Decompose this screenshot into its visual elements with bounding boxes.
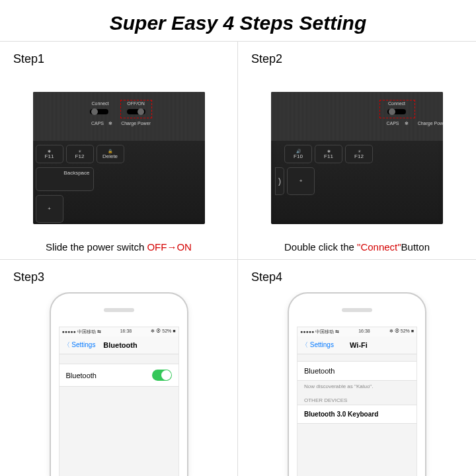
kb2-connect-highlight [379, 100, 415, 118]
page-title: Super Easy 4 Steps Setting [0, 0, 476, 41]
kb-offon-highlight [120, 100, 152, 118]
back-link: 〈 Settings [63, 340, 96, 350]
step2-label: Step2 [251, 52, 463, 66]
kb-charge-label: Charge Power [116, 121, 156, 126]
step3-illustration: ●●●●● 中国移动 ⇆16:38✻ ⦿ 52% ■ 〈 SettingsBlu… [13, 292, 224, 476]
discoverable-text: Now discoverable as "Kaluo". [298, 381, 416, 391]
device-row: Bluetooth 3.0 Keyboard [298, 405, 416, 424]
step2-cell: Step2 Connect CAPS ✻ Charge Power 🔊F10 ✱… [238, 42, 476, 260]
step3-cell: Step3 ●●●●● 中国移动 ⇆16:38✻ ⦿ 52% ■ 〈 Setti… [0, 260, 238, 476]
step1-label: Step1 [13, 52, 224, 66]
step4-cell: Step4 ●●●●● 中国移动 ⇆16:38✻ ⦿ 52% ■ 〈 Setti… [238, 260, 476, 476]
steps-grid: Step1 Connect OFF/ON CAPS ✻ Charge Power… [0, 41, 476, 476]
kb-bt-icon: ✻ [106, 121, 115, 126]
step1-caption: Slide the power switch OFF→ON [13, 241, 224, 253]
step2-illustration: Connect CAPS ✻ Charge Power 🔊F10 ✱F11 ☀F… [251, 74, 463, 241]
step3-label: Step3 [13, 270, 224, 284]
kb2-bt-icon: ✻ [402, 121, 411, 126]
step4-illustration: ●●●●● 中国移动 ⇆16:38✻ ⦿ 52% ■ 〈 SettingsWi-… [251, 292, 463, 476]
kb2-charge-label: Charge Power [413, 121, 443, 126]
step1-illustration: Connect OFF/ON CAPS ✻ Charge Power ✱F11 … [13, 74, 224, 241]
step4-label: Step4 [251, 270, 463, 284]
bluetooth-toggle-row: Bluetooth [60, 364, 178, 387]
kb-connect-label: Connect [87, 101, 114, 106]
step1-cell: Step1 Connect OFF/ON CAPS ✻ Charge Power… [0, 42, 238, 260]
other-devices-header: OTHER DEVICES [298, 395, 416, 405]
back-link: 〈 Settings [301, 340, 334, 350]
toggle-on-icon [152, 370, 172, 381]
bluetooth-row: Bluetooth [298, 361, 416, 381]
step2-caption: Double click the "Connect"Button [251, 241, 463, 253]
